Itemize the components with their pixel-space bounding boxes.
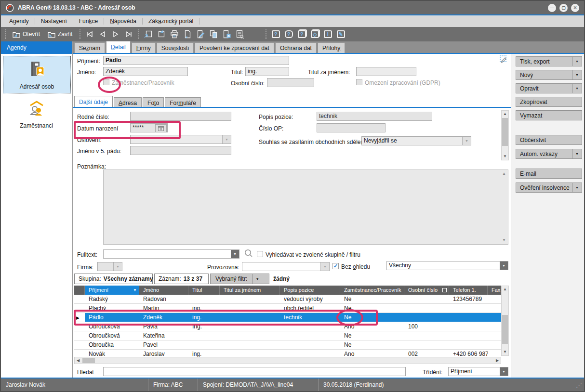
last-record-button[interactable] bbox=[122, 28, 135, 40]
column-header-prijmeni[interactable]: Příjmení▼ bbox=[85, 286, 139, 295]
scroll-up-icon[interactable]: ▲ bbox=[500, 170, 508, 177]
resize-grip-icon[interactable]: ⋰ bbox=[576, 381, 584, 389]
related-docs-icon[interactable]: ◇ bbox=[308, 28, 321, 40]
prijmeni-field[interactable]: Pádlo bbox=[103, 56, 289, 65]
chevron-down-icon[interactable] bbox=[572, 70, 582, 79]
scroll-up-icon[interactable]: ▲ bbox=[502, 286, 508, 293]
records-list-icon[interactable] bbox=[233, 28, 246, 40]
chevron-down-icon[interactable] bbox=[113, 262, 122, 271]
close-button[interactable]: ✕ bbox=[571, 4, 579, 12]
previous-record-button[interactable] bbox=[96, 28, 109, 40]
tab-detail[interactable]: Detail bbox=[106, 41, 131, 53]
add-window-icon[interactable] bbox=[142, 28, 155, 40]
chevron-down-icon[interactable] bbox=[572, 183, 582, 192]
hledat-input[interactable] bbox=[103, 367, 406, 376]
obcerstvit-button[interactable]: Občerstvit bbox=[516, 135, 582, 145]
chevron-down-icon[interactable] bbox=[572, 84, 582, 93]
copy-record-icon[interactable] bbox=[207, 28, 220, 40]
help-topics-icon[interactable]: ? bbox=[295, 28, 308, 40]
scrollbar-thumb[interactable] bbox=[82, 358, 95, 363]
chevron-down-icon[interactable] bbox=[572, 149, 582, 158]
chevron-down-icon[interactable] bbox=[500, 367, 508, 376]
open-agenda-button[interactable]: Otevřít bbox=[9, 29, 44, 39]
table-row-selected[interactable]: ▶PádloZdeněking.technikNe bbox=[74, 313, 501, 322]
edit-layout-icon[interactable] bbox=[499, 55, 508, 65]
column-header-titul[interactable]: Titul bbox=[188, 286, 220, 295]
scrollbar-thumb[interactable] bbox=[502, 118, 508, 146]
osloveni-combo[interactable] bbox=[130, 135, 231, 144]
poznamka-textarea[interactable] bbox=[103, 170, 508, 245]
tisk-export-button[interactable]: Tisk, export bbox=[516, 56, 582, 66]
vybrany-filtr-button[interactable]: Vybraný filtr: bbox=[210, 274, 269, 284]
minimize-button[interactable]: — bbox=[548, 4, 556, 12]
bez-ohledu-checkbox[interactable]: ✓ bbox=[332, 263, 339, 269]
tab-povoleni[interactable]: Povolení ke zpracování dat bbox=[195, 42, 274, 53]
chevron-down-icon[interactable] bbox=[462, 137, 471, 145]
provozovna-combo[interactable] bbox=[242, 262, 330, 271]
tab-seznam[interactable]: Seznam bbox=[74, 42, 105, 53]
chevron-down-icon[interactable] bbox=[222, 135, 231, 144]
column-header-osobni[interactable]: Osobní číslo bbox=[404, 286, 449, 295]
table-horizontal-scrollbar[interactable]: ◀ ▶ bbox=[74, 357, 501, 364]
tab-firmy[interactable]: Firmy bbox=[132, 42, 156, 53]
firma-combo[interactable] bbox=[97, 262, 122, 271]
osobni-cislo-field[interactable] bbox=[267, 78, 314, 87]
context-help-icon[interactable]: ? bbox=[282, 28, 295, 40]
scroll-down-icon[interactable]: ▼ bbox=[502, 153, 508, 160]
edit-record-icon[interactable] bbox=[194, 28, 207, 40]
scroll-down-icon[interactable]: ▼ bbox=[502, 349, 508, 355]
subtab-formulare[interactable]: Formuláře bbox=[165, 97, 201, 108]
column-header-fax[interactable]: Fax bbox=[488, 286, 501, 295]
menu-nastaveni[interactable]: Nastavení bbox=[36, 15, 72, 27]
table-row[interactable]: ObroučkováPavlaIng.Ano100 bbox=[74, 322, 501, 331]
chevron-down-icon[interactable] bbox=[320, 262, 329, 271]
chevron-down-icon[interactable] bbox=[572, 57, 582, 66]
switch-window-icon[interactable] bbox=[155, 28, 168, 40]
novy-button[interactable]: Nový bbox=[516, 70, 582, 80]
help-icon[interactable]: ? bbox=[269, 28, 282, 40]
info-icon[interactable]: i bbox=[321, 28, 334, 40]
menu-zakaznicky-portal[interactable]: Zákaznický portál bbox=[143, 15, 199, 27]
column-options-icon[interactable] bbox=[442, 288, 447, 292]
jmeno-field[interactable]: Zdeněk bbox=[103, 67, 188, 76]
close-agenda-button[interactable]: Zavřít bbox=[44, 29, 77, 39]
souhlas-combo[interactable]: Nevyjádřil se bbox=[361, 136, 471, 145]
titul-za-jmenem-field[interactable] bbox=[356, 67, 416, 76]
gdpr-checkbox[interactable] bbox=[356, 79, 362, 85]
autom-vzkazy-button[interactable]: Autom. vzkazy bbox=[516, 149, 582, 159]
column-header-jmeno[interactable]: Jméno bbox=[139, 286, 188, 295]
next-record-button[interactable] bbox=[109, 28, 122, 40]
titul-field[interactable]: ing. bbox=[245, 67, 289, 76]
table-row[interactable]: ObroučkaPavelNe bbox=[74, 340, 501, 350]
group-filter-checkbox[interactable] bbox=[257, 251, 263, 257]
sidebar-item-adresar-osob[interactable]: Adresář osob bbox=[3, 56, 71, 93]
fulltext-combo[interactable] bbox=[103, 249, 239, 259]
rodne-cislo-field[interactable] bbox=[130, 112, 231, 121]
popis-pozice-field[interactable]: technik bbox=[317, 112, 432, 121]
sidebar-item-zamestnanci[interactable]: Zaměstnanci bbox=[3, 95, 70, 132]
jmeno-5-pad-field[interactable] bbox=[130, 146, 231, 155]
trideni-combo[interactable]: Příjmení bbox=[448, 367, 508, 376]
poznamka-scrollbar[interactable]: ▲ ▼ bbox=[500, 170, 508, 244]
tab-ochrana-dat[interactable]: Ochrana dat bbox=[275, 42, 317, 53]
new-record-icon[interactable] bbox=[181, 28, 194, 40]
opravit-button[interactable]: Opravit bbox=[516, 83, 582, 93]
table-row[interactable]: RadskýRadovanvedoucí výrobyNe123456789 bbox=[74, 295, 501, 304]
vsechny-combo[interactable]: Všechny bbox=[386, 261, 508, 270]
chevron-down-icon[interactable] bbox=[252, 274, 262, 284]
tab-souvislosti[interactable]: Souvislosti bbox=[157, 42, 194, 53]
table-vertical-scrollbar[interactable]: ▲ ▼ bbox=[501, 286, 509, 356]
menu-napoveda[interactable]: Nápověda bbox=[105, 15, 142, 27]
chevron-down-icon[interactable] bbox=[231, 250, 239, 258]
subtab-foto[interactable]: Foto bbox=[143, 97, 164, 108]
scroll-left-icon[interactable]: ◀ bbox=[75, 357, 81, 364]
vymazat-button[interactable]: Vymazat bbox=[516, 110, 582, 120]
delete-record-icon[interactable] bbox=[220, 28, 233, 40]
zkopirovat-button[interactable]: Zkopírovat bbox=[516, 97, 582, 107]
column-header-titul-za[interactable]: Titul za jménem bbox=[220, 286, 280, 295]
email-button[interactable]: E-mail bbox=[516, 169, 582, 179]
print-icon[interactable] bbox=[168, 28, 181, 40]
search-icon[interactable] bbox=[244, 248, 253, 260]
menu-agendy[interactable]: Agendy bbox=[4, 15, 34, 27]
feedback-icon[interactable]: ✎ bbox=[334, 28, 347, 40]
